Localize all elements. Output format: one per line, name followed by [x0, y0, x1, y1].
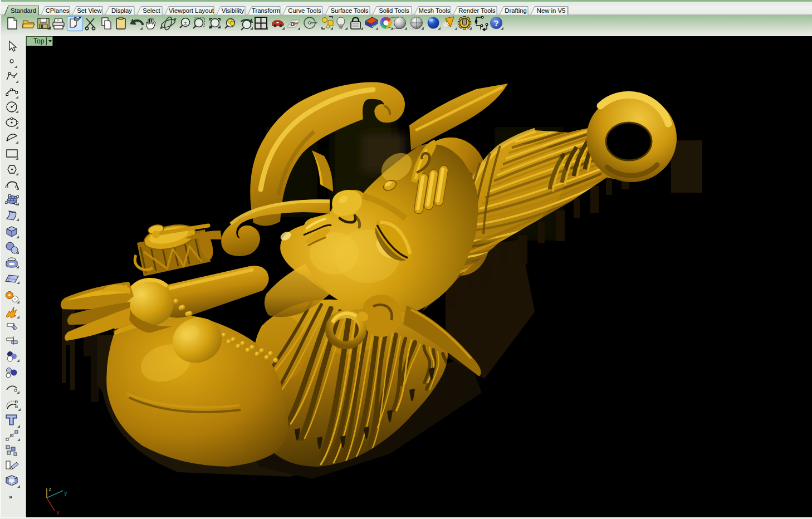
svg-text:Drafting: Drafting: [505, 7, 527, 14]
svg-text:Standard: Standard: [11, 7, 36, 14]
svg-text:Display: Display: [111, 7, 132, 14]
svg-text:CPlanes: CPlanes: [46, 7, 70, 14]
svg-text:?: ?: [493, 18, 498, 28]
svg-text:New in V5: New in V5: [537, 7, 566, 14]
svg-text:Surface Tools: Surface Tools: [330, 7, 369, 14]
svg-text:Transform: Transform: [252, 7, 280, 14]
svg-text:Mesh Tools: Mesh Tools: [419, 7, 451, 14]
svg-text:Select: Select: [143, 7, 160, 14]
svg-text:Viewport Layout: Viewport Layout: [169, 7, 214, 14]
svg-text:y: y: [64, 489, 67, 496]
svg-text:Set View: Set View: [77, 7, 102, 14]
svg-text:»: »: [9, 493, 12, 500]
svg-text:x: x: [56, 509, 60, 516]
svg-text:Render Tools: Render Tools: [458, 7, 496, 14]
svg-text:±: ±: [184, 20, 187, 26]
svg-text:Visibility: Visibility: [222, 7, 244, 14]
svg-text:z: z: [48, 486, 52, 492]
svg-text:Curve Tools: Curve Tools: [288, 7, 321, 14]
svg-text:Solid Tools: Solid Tools: [379, 7, 409, 14]
